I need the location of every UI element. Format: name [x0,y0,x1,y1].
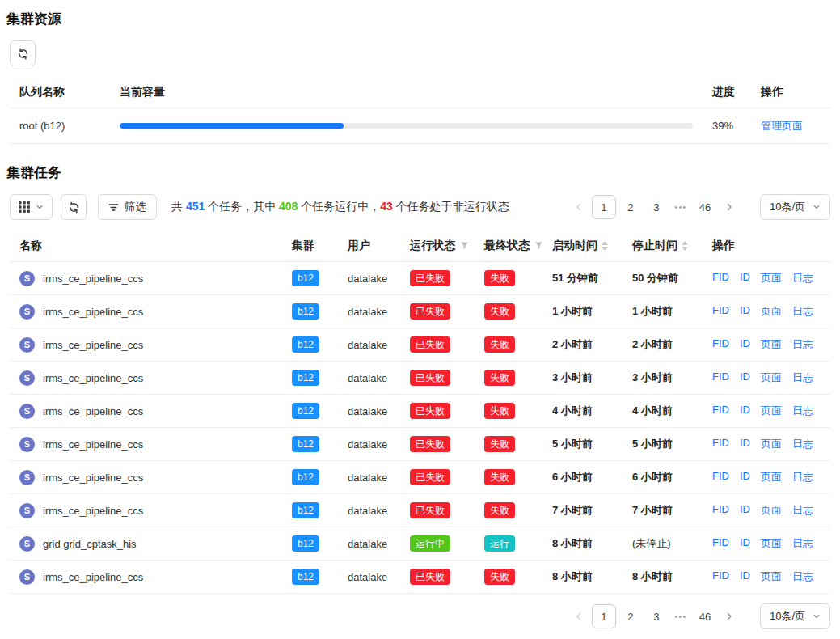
next-page-button[interactable] [720,606,739,627]
cluster-resources-section: 集群资源 队列名称 当前容量 进度 操作 root (b12) [0,11,840,144]
cluster-badge: b12 [292,502,319,518]
start-time: 2 小时前 [552,337,593,352]
pagination-bottom: 1 2 3 ••• 46 10条/页 [569,603,830,629]
id-link[interactable]: ID [740,470,750,485]
col-user: 用户 [348,239,410,253]
table-row: S irms_ce_pipeline_ccs b12 datalake 已失败 … [10,461,830,494]
page-ellipsis[interactable]: ••• [671,203,690,212]
fid-link[interactable]: FID [712,404,729,418]
start-time-sort-icon[interactable] [602,241,608,251]
filter-button-label: 筛选 [125,200,146,214]
page-button-1[interactable]: 1 [592,604,616,628]
page-button-1[interactable]: 1 [592,195,616,219]
stop-time: 4 小时前 [632,404,673,418]
id-link[interactable]: ID [740,404,750,418]
page-link[interactable]: 页面 [761,437,782,451]
page-size-select[interactable]: 10条/页 [760,603,830,629]
log-link[interactable]: 日志 [792,304,813,319]
page-button-3[interactable]: 3 [645,196,668,218]
page-link[interactable]: 页面 [761,337,782,352]
task-user: datalake [348,339,410,351]
log-link[interactable]: 日志 [792,370,813,385]
log-link[interactable]: 日志 [792,404,813,418]
task-avatar: S [19,536,35,552]
prev-page-button[interactable] [569,606,589,627]
column-settings-button[interactable] [10,194,53,220]
page-size-select[interactable]: 10条/页 [760,194,830,220]
row-actions: FIDID页面日志 [712,404,830,418]
page-button-2[interactable]: 2 [619,196,642,218]
table-row: S irms_ce_pipeline_ccs b12 datalake 已失败 … [10,328,830,362]
fid-link[interactable]: FID [712,503,729,518]
page-link[interactable]: 页面 [761,404,782,418]
page-button-3[interactable]: 3 [645,605,668,628]
fid-link[interactable]: FID [712,470,729,485]
page-button-last[interactable]: 46 [694,605,716,628]
col-start-time[interactable]: 启动时间 [552,239,632,253]
id-link[interactable]: ID [740,536,750,551]
col-cluster: 集群 [292,239,348,253]
start-time: 51 分钟前 [552,271,598,286]
fid-link[interactable]: FID [712,569,729,584]
log-link[interactable]: 日志 [792,536,813,551]
fid-link[interactable]: FID [712,370,729,385]
page-link[interactable]: 页面 [761,304,782,319]
stop-time: 7 小时前 [632,503,673,518]
row-actions: FIDID页面日志 [712,503,830,518]
non-running-task-count: 43 [380,200,393,213]
filter-button[interactable]: 筛选 [98,194,157,220]
start-time: 7 小时前 [552,503,593,518]
page-link[interactable]: 页面 [761,503,782,518]
id-link[interactable]: ID [740,503,750,518]
page-link[interactable]: 页面 [761,370,782,385]
fid-link[interactable]: FID [712,536,729,551]
chevron-left-icon [575,203,583,211]
page-link[interactable]: 页面 [761,536,782,551]
log-link[interactable]: 日志 [792,437,813,451]
task-user: datalake [348,273,410,285]
id-link[interactable]: ID [740,271,750,286]
chevron-down-icon [813,203,821,211]
final-status-badge: 失败 [484,469,515,485]
log-link[interactable]: 日志 [792,271,813,286]
run-status-filter-icon[interactable] [460,241,469,250]
col-progress: 进度 [712,85,761,99]
task-name: irms_ce_pipeline_ccs [43,306,143,318]
log-link[interactable]: 日志 [792,503,813,518]
id-link[interactable]: ID [740,304,750,319]
log-link[interactable]: 日志 [792,569,813,584]
log-link[interactable]: 日志 [792,470,813,485]
page-link[interactable]: 页面 [761,569,782,584]
id-link[interactable]: ID [740,337,750,352]
col-stop-time-label: 停止时间 [632,239,677,253]
manage-page-link[interactable]: 管理页面 [761,120,803,132]
page-link[interactable]: 页面 [761,470,782,485]
page-button-2[interactable]: 2 [619,605,642,628]
task-user: datalake [348,372,410,384]
page-ellipsis[interactable]: ••• [671,612,690,621]
table-row: S irms_ce_pipeline_ccs b12 datalake 已失败 … [10,395,830,428]
tasks-refresh-button[interactable] [61,194,87,220]
page-link[interactable]: 页面 [761,271,782,286]
resources-refresh-button[interactable] [10,40,36,66]
col-stop-time[interactable]: 停止时间 [632,239,712,253]
log-link[interactable]: 日志 [792,337,813,352]
fid-link[interactable]: FID [712,271,729,286]
cluster-badge: b12 [292,336,319,353]
task-name: irms_ce_pipeline_ccs [43,571,143,583]
cluster-tasks-title: 集群任务 [6,165,840,181]
fid-link[interactable]: FID [712,304,729,319]
stop-time-sort-icon[interactable] [682,241,688,251]
page-button-last[interactable]: 46 [694,196,716,218]
fid-link[interactable]: FID [712,437,729,451]
task-avatar: S [19,337,35,353]
table-row: S irms_ce_pipeline_ccs b12 datalake 已失败 … [10,262,830,295]
row-actions: FIDID页面日志 [712,271,830,286]
id-link[interactable]: ID [740,370,750,385]
id-link[interactable]: ID [740,437,750,451]
id-link[interactable]: ID [740,569,750,584]
next-page-button[interactable] [720,197,739,218]
prev-page-button[interactable] [569,197,589,218]
final-status-filter-icon[interactable] [534,241,543,250]
fid-link[interactable]: FID [712,337,729,352]
